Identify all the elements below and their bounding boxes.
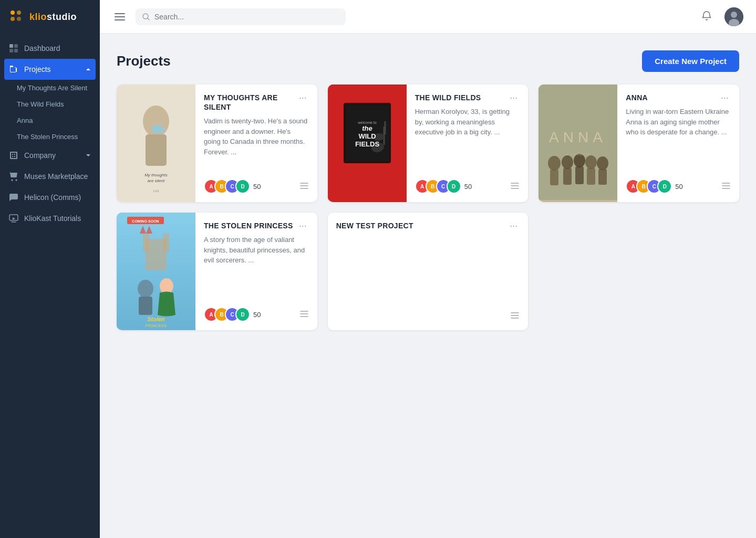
sidebar-sub-item-anna[interactable]: Anna bbox=[0, 112, 100, 129]
bell-icon bbox=[701, 10, 712, 21]
svg-text:are silent: are silent bbox=[148, 178, 165, 183]
project-desc-new-test bbox=[336, 235, 520, 311]
logo: kliostudio bbox=[0, 0, 100, 34]
list-view-button-stolen-princess[interactable] bbox=[299, 309, 309, 320]
tutorials-icon bbox=[8, 213, 19, 224]
helicon-label: Helicon (Comms) bbox=[24, 193, 81, 202]
svg-rect-42 bbox=[587, 168, 595, 185]
logo-icon bbox=[8, 8, 25, 25]
svg-rect-38 bbox=[563, 168, 572, 185]
svg-rect-4 bbox=[9, 44, 13, 48]
sidebar-item-muses-marketplace[interactable]: Muses Marketplace bbox=[0, 166, 100, 187]
notification-button[interactable] bbox=[697, 6, 716, 27]
list-view-button-wild-fields[interactable] bbox=[510, 181, 520, 192]
project-title-stolen-princess: THE STOLEN PRINCESS bbox=[204, 221, 297, 230]
project-card-stolen-princess: Stolen PRINCESS COMING SOON THE STOLEN P… bbox=[117, 213, 317, 330]
svg-point-13 bbox=[731, 12, 737, 18]
svg-point-2 bbox=[11, 17, 15, 21]
chevron-up-icon bbox=[85, 66, 91, 72]
search-icon bbox=[142, 13, 150, 21]
project-body-my-thoughts: MY THOUGHTS ARE SILENT ··· Vadim is twen… bbox=[195, 85, 317, 202]
svg-rect-49 bbox=[143, 234, 149, 252]
svg-point-37 bbox=[562, 155, 573, 169]
project-title-my-thoughts: MY THOUGHTS ARE SILENT bbox=[204, 93, 297, 112]
comms-icon bbox=[8, 192, 19, 203]
project-poster-stolen-princess: Stolen PRINCESS COMING SOON bbox=[117, 213, 195, 330]
svg-point-53 bbox=[138, 280, 153, 298]
avatar-image bbox=[724, 7, 743, 26]
sidebar-item-dashboard[interactable]: Dashboard bbox=[0, 38, 100, 59]
list-view-button-new-test[interactable] bbox=[510, 311, 520, 322]
list-view-button-my-thoughts[interactable] bbox=[299, 181, 309, 192]
search-bar bbox=[136, 8, 346, 25]
sidebar: kliostudio Dashboard Projects My Thought… bbox=[0, 0, 100, 538]
sidebar-sub-item-my-thoughts[interactable]: My Thoughts Are Silent bbox=[0, 80, 100, 96]
project-poster-wild-fields: welcome to the WILD FIELDS bbox=[328, 85, 407, 202]
list-icon bbox=[299, 181, 309, 191]
svg-text:the: the bbox=[362, 124, 372, 132]
member-count-my-thoughts: 50 bbox=[253, 183, 261, 191]
project-header-new-test: NEW TEST PROJECT ··· bbox=[336, 221, 520, 230]
svg-text:WILD: WILD bbox=[358, 132, 376, 140]
svg-point-8 bbox=[12, 180, 13, 181]
search-input[interactable] bbox=[154, 13, 339, 21]
project-header-anna: ANNA ··· bbox=[626, 93, 731, 102]
project-menu-button-anna[interactable]: ··· bbox=[719, 93, 731, 102]
svg-text:FIELDS: FIELDS bbox=[355, 140, 380, 148]
sidebar-item-kliokast-tutorials[interactable]: KlioKast Tutorials bbox=[0, 208, 100, 229]
list-view-button-anna[interactable] bbox=[721, 181, 731, 192]
create-project-button[interactable]: Create New Project bbox=[642, 50, 739, 72]
marketplace-label: Muses Marketplace bbox=[24, 172, 88, 181]
wild-fields-poster-art: welcome to the WILD FIELDS bbox=[328, 85, 407, 200]
svg-rect-18 bbox=[152, 125, 162, 133]
marketplace-icon bbox=[8, 171, 19, 182]
svg-text:COMING SOON: COMING SOON bbox=[132, 219, 159, 223]
project-poster-anna: ANNA ★ CANNES ★ bbox=[538, 85, 617, 202]
svg-text:welcome to: welcome to bbox=[357, 121, 377, 124]
project-card-my-thoughts: My thoughts are silent 1:01 MY THOUGHTS … bbox=[117, 85, 317, 202]
sidebar-item-helicon-comms[interactable]: Helicon (Comms) bbox=[0, 187, 100, 208]
project-card-wild-fields: welcome to the WILD FIELDS THE WILD FIEL… bbox=[328, 85, 529, 202]
project-menu-button-new-test[interactable]: ··· bbox=[508, 221, 520, 230]
sidebar-item-company[interactable]: Company bbox=[0, 145, 100, 166]
svg-text:Stolen: Stolen bbox=[147, 316, 165, 322]
sidebar-item-projects[interactable]: Projects bbox=[4, 59, 96, 80]
project-title-anna: ANNA bbox=[626, 93, 719, 102]
page-content: Projects Create New Project My t bbox=[100, 34, 756, 538]
member-avatar-4: D bbox=[657, 179, 672, 194]
project-body-wild-fields: THE WILD FIELDS ··· Herman Korolyov, 33,… bbox=[407, 85, 529, 202]
sidebar-sub-item-wild-fields[interactable]: The Wild Fields bbox=[0, 96, 100, 112]
avatar-group-stolen-princess: A B C D 50 bbox=[204, 307, 261, 322]
sidebar-nav: Dashboard Projects My Thoughts Are Silen… bbox=[0, 34, 100, 233]
list-icon bbox=[510, 311, 520, 320]
stolen-princess-poster-art: Stolen PRINCESS COMING SOON bbox=[117, 213, 195, 328]
user-avatar[interactable] bbox=[724, 7, 743, 26]
svg-rect-50 bbox=[163, 234, 169, 252]
content-header: Projects Create New Project bbox=[117, 50, 739, 72]
project-title-wild-fields: THE WILD FIELDS bbox=[415, 93, 508, 102]
project-menu-button-my-thoughts[interactable]: ··· bbox=[297, 93, 309, 102]
projects-grid: My thoughts are silent 1:01 MY THOUGHTS … bbox=[117, 85, 739, 330]
svg-text:PRINCESS: PRINCESS bbox=[146, 323, 167, 328]
company-icon bbox=[8, 150, 19, 161]
project-body-stolen-princess: THE STOLEN PRINCESS ··· A story from the… bbox=[195, 213, 317, 330]
project-menu-button-stolen-princess[interactable]: ··· bbox=[297, 221, 309, 230]
logo-text: kliostudio bbox=[29, 12, 77, 23]
project-body-new-test: NEW TEST PROJECT ··· bbox=[328, 213, 529, 330]
svg-point-0 bbox=[11, 10, 15, 15]
projects-icon bbox=[8, 64, 19, 75]
svg-text:ANNA: ANNA bbox=[549, 129, 607, 145]
list-icon bbox=[510, 181, 520, 191]
dashboard-icon bbox=[8, 43, 19, 54]
my-thoughts-poster-art: My thoughts are silent 1:01 bbox=[117, 85, 195, 200]
anna-poster-art: ANNA ★ CANNES ★ bbox=[538, 85, 617, 200]
tutorials-label: KlioKast Tutorials bbox=[24, 214, 81, 223]
project-header-my-thoughts: MY THOUGHTS ARE SILENT ··· bbox=[204, 93, 309, 112]
sidebar-sub-item-stolen-princess[interactable]: The Stolen Princess bbox=[0, 129, 100, 145]
project-footer-anna: A B C D 50 bbox=[626, 179, 731, 194]
project-card-anna: ANNA ★ CANNES ★ ANNA ··· Living in war-t… bbox=[538, 85, 739, 202]
member-count-anna: 50 bbox=[675, 183, 682, 191]
hamburger-button[interactable] bbox=[112, 11, 127, 23]
svg-point-35 bbox=[548, 156, 561, 171]
project-menu-button-wild-fields[interactable]: ··· bbox=[508, 93, 520, 102]
